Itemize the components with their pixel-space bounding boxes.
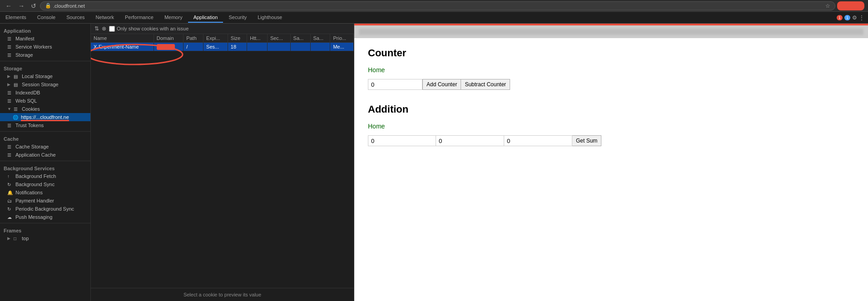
- header-blur: [359, 29, 863, 35]
- sidebar-label-https-cloudfront: https://...cloudfront.ne: [21, 114, 69, 120]
- sidebar-item-trust-tokens[interactable]: ☰ Trust Tokens: [0, 121, 90, 129]
- sidebar-label-trust-tokens: Trust Tokens: [15, 123, 44, 128]
- sidebar-label-notifications: Notifications: [15, 190, 43, 195]
- app-cache-icon: ☰: [7, 153, 13, 158]
- sidebar-label-web-sql: Web SQL: [15, 98, 37, 104]
- refresh-button[interactable]: ↺: [29, 1, 38, 10]
- cookie-priority: Me...: [330, 43, 354, 51]
- sidebar-item-manifest[interactable]: ☰ Manifest: [0, 35, 90, 43]
- counter-input[interactable]: [368, 79, 422, 90]
- addition-result[interactable]: [504, 135, 572, 146]
- sidebar-item-periodic-bg-sync[interactable]: ↻ Periodic Background Sync: [0, 205, 90, 213]
- settings-icon[interactable]: ⚙: [852, 15, 857, 21]
- more-icon[interactable]: ⋮: [859, 15, 864, 21]
- sidebar-item-payment-handler[interactable]: 🗂 Payment Handler: [0, 197, 90, 205]
- tab-memory[interactable]: Memory: [159, 13, 188, 23]
- cookie-preview-text: Select a cookie to preview its value: [184, 292, 261, 297]
- sidebar: Application ☰ Manifest ☰ Service Workers…: [0, 24, 91, 301]
- manifest-icon: ☰: [7, 36, 13, 41]
- cookie-samesite2: [310, 43, 330, 51]
- sidebar-item-push-messaging[interactable]: ☁ Push Messaging: [0, 213, 90, 221]
- addition-row: Get Sum: [368, 135, 854, 146]
- sidebar-section-cache: Cache: [0, 133, 90, 143]
- sidebar-item-session-storage[interactable]: ▶ ▤ Session Storage: [0, 80, 90, 89]
- cookie-name: X-Experiment-Name: [91, 43, 154, 51]
- table-row[interactable]: X-Experiment-Name / Ses... 18: [91, 43, 354, 51]
- sidebar-item-https-cloudfront[interactable]: 🌐 https://...cloudfront.ne: [0, 113, 90, 121]
- frame-icon: □: [14, 236, 19, 241]
- cookie-table: Name Domain Path Expi... Size Htt... Sec…: [91, 34, 354, 51]
- counter-title: Counter: [368, 47, 854, 59]
- page-content: Counter Home Add Counter Subtract Counte…: [354, 38, 868, 301]
- table-header-row: Name Domain Path Expi... Size Htt... Sec…: [91, 34, 354, 43]
- bookmark-button[interactable]: ☆: [825, 3, 830, 9]
- tab-lighthouse[interactable]: Lighthouse: [252, 13, 288, 23]
- sidebar-item-indexeddb[interactable]: ☰ IndexedDB: [0, 89, 90, 97]
- sidebar-item-notifications[interactable]: 🔔 Notifications: [0, 188, 90, 197]
- show-issue-checkbox[interactable]: [109, 26, 115, 32]
- sidebar-section-storage: Storage: [0, 63, 90, 72]
- sidebar-item-top-frame[interactable]: ▶ □ top: [0, 234, 90, 242]
- sidebar-section-application: Application: [0, 25, 90, 35]
- tab-security[interactable]: Security: [223, 13, 252, 23]
- browser-content: Counter Home Add Counter Subtract Counte…: [354, 24, 868, 301]
- add-counter-button[interactable]: Add Counter: [422, 79, 461, 90]
- tab-elements[interactable]: Elements: [0, 13, 32, 23]
- indexeddb-icon: ☰: [7, 90, 13, 95]
- expand-session-storage-icon: ▶: [7, 82, 11, 87]
- cookie-table-container: Name Domain Path Expi... Size Htt... Sec…: [91, 34, 354, 288]
- profile-avatar[interactable]: [837, 1, 864, 10]
- tab-network[interactable]: Network: [90, 13, 119, 23]
- payment-handler-icon: 🗂: [7, 198, 13, 203]
- col-secure: Sec...: [267, 34, 290, 43]
- subtract-counter-button[interactable]: Subtract Counter: [461, 79, 510, 90]
- addition-input-1[interactable]: [368, 135, 436, 146]
- panel-body: Application ☰ Manifest ☰ Service Workers…: [0, 24, 354, 301]
- web-sql-icon: ☰: [7, 99, 13, 104]
- storage-icon: ☰: [7, 53, 13, 58]
- globe-icon: 🌐: [13, 115, 18, 120]
- tab-sources[interactable]: Sources: [61, 13, 90, 23]
- addition-input-2[interactable]: [436, 135, 504, 146]
- sidebar-item-bg-sync[interactable]: ↻ Background Sync: [0, 180, 90, 188]
- push-messaging-icon: ☁: [7, 215, 13, 220]
- address-bar[interactable]: 🔒 .cloudfront.net ☆: [40, 1, 835, 10]
- cookie-area: ⇅ ⊗ Only show cookies with an issue: [91, 24, 354, 301]
- sidebar-item-bg-fetch[interactable]: ↑ Background Fetch: [0, 172, 90, 180]
- sidebar-item-web-sql[interactable]: ☰ Web SQL: [0, 97, 90, 105]
- sidebar-item-storage[interactable]: ☰ Storage: [0, 51, 90, 59]
- col-name: Name: [91, 34, 154, 43]
- service-workers-icon: ☰: [7, 44, 13, 49]
- counter-home-link[interactable]: Home: [368, 66, 854, 74]
- get-sum-button[interactable]: Get Sum: [572, 135, 601, 146]
- addition-section: Addition Home Get Sum: [368, 104, 854, 146]
- tab-application[interactable]: Application: [188, 13, 223, 23]
- sidebar-section-bg-services: Background Services: [0, 163, 90, 172]
- cache-storage-icon: ☰: [7, 144, 13, 149]
- sidebar-label-bg-fetch: Background Fetch: [15, 173, 56, 179]
- sidebar-item-service-workers[interactable]: ☰ Service Workers: [0, 43, 90, 51]
- browser-nav: ← → ↺: [4, 1, 38, 10]
- cookie-samesite1: [290, 43, 310, 51]
- addition-home-link[interactable]: Home: [368, 123, 854, 130]
- col-samesite2: Sa...: [310, 34, 330, 43]
- cookie-domain: [154, 43, 183, 51]
- back-button[interactable]: ←: [4, 1, 14, 10]
- counter-row: Add Counter Subtract Counter: [368, 79, 854, 90]
- sidebar-item-cache-storage[interactable]: ☰ Cache Storage: [0, 143, 90, 151]
- filter-icon[interactable]: ⇅: [94, 25, 99, 32]
- sidebar-item-local-storage[interactable]: ▶ ▤ Local Storage: [0, 72, 90, 80]
- clear-cookies-icon[interactable]: ⊗: [102, 25, 106, 32]
- counter-section: Counter Home Add Counter Subtract Counte…: [368, 47, 854, 90]
- sidebar-item-cookies[interactable]: ▼ ☰ Cookies: [0, 105, 90, 113]
- tab-performance[interactable]: Performance: [119, 13, 159, 23]
- cookie-path: /: [184, 43, 203, 51]
- col-size: Size: [228, 34, 247, 43]
- forward-button[interactable]: →: [16, 1, 26, 10]
- col-priority: Prio...: [330, 34, 354, 43]
- tab-console[interactable]: Console: [32, 13, 61, 23]
- show-issue-checkbox-label[interactable]: Only show cookies with an issue: [109, 26, 188, 32]
- cookie-secure: [267, 43, 290, 51]
- sidebar-item-app-cache[interactable]: ☰ Application Cache: [0, 151, 90, 159]
- checkbox-label-text: Only show cookies with an issue: [117, 26, 188, 31]
